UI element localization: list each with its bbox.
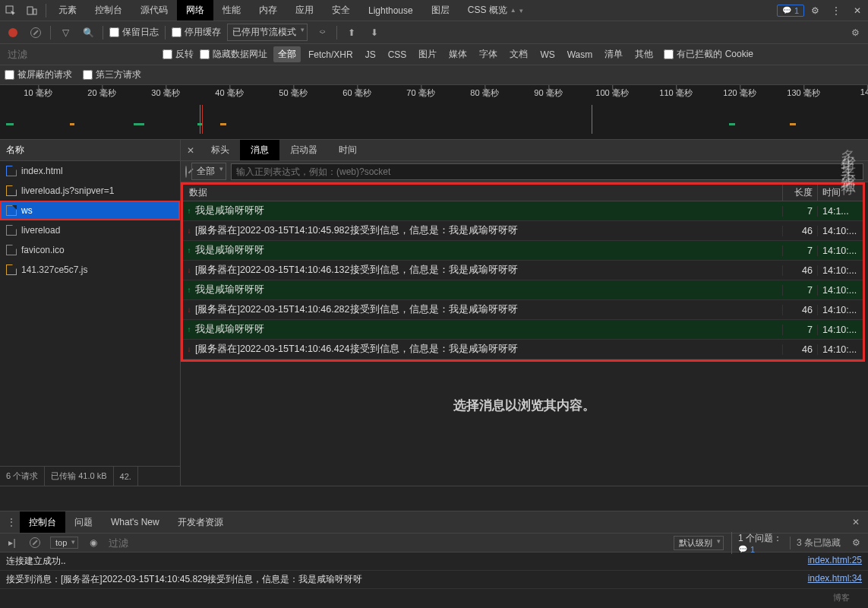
detail-tab-启动器[interactable]: 启动器 xyxy=(279,140,328,160)
ws-message-row[interactable]: ↑我是咸瑜呀呀呀714:10:... xyxy=(183,280,863,300)
detail-tab-标头[interactable]: 标头 xyxy=(200,140,240,160)
live-expression-icon[interactable]: ◉ xyxy=(86,537,101,548)
filter-type-字体[interactable]: 字体 xyxy=(475,46,502,62)
request-detail-panel: ✕ 标头消息启动器时间 全部 数据 长度 时间 ↑我是咸瑜呀呀呀714:1...… xyxy=(181,140,868,486)
filter-type-JS[interactable]: JS xyxy=(361,48,380,62)
inspect-icon[interactable] xyxy=(0,0,21,21)
panel-tab-应用[interactable]: 应用 xyxy=(286,0,323,21)
request-row[interactable]: livereload.js?snipver=1 xyxy=(0,181,180,201)
ws-message-row[interactable]: ↓[服务器在]2022-03-15T14:10:46.132接受到信息，信息是：… xyxy=(183,261,863,280)
drawer-tab-控制台[interactable]: 控制台 xyxy=(20,511,65,533)
drawer-more-icon[interactable]: ⋮ xyxy=(3,517,20,527)
context-select[interactable]: top xyxy=(50,537,78,549)
file-icon xyxy=(6,245,17,255)
arrow-up-icon: ↑ xyxy=(183,325,195,334)
console-drawer: ⋮ 控制台问题What's New开发者资源 ✕ ▸| top ◉ 默认级别 1… xyxy=(0,511,868,608)
hide-data-urls-checkbox[interactable]: 隐藏数据网址 xyxy=(200,48,267,61)
gear-icon[interactable]: ⚙ xyxy=(847,27,863,38)
filter-type-全部[interactable]: 全部 xyxy=(273,46,301,62)
panel-tab-控制台[interactable]: 控制台 xyxy=(86,0,131,21)
message-detail-placeholder: 选择消息以浏览其内容。 xyxy=(181,362,868,449)
filter-type-WS[interactable]: WS xyxy=(535,48,559,62)
detail-tab-消息[interactable]: 消息 xyxy=(240,140,279,160)
arrow-up-icon: ↑ xyxy=(183,207,195,215)
download-icon[interactable]: ⬇ xyxy=(366,27,383,38)
filter-type-Fetch/XHR[interactable]: Fetch/XHR xyxy=(304,48,358,62)
console-sidebar-icon[interactable]: ▸| xyxy=(5,537,20,548)
filter-type-图片[interactable]: 图片 xyxy=(414,46,441,62)
request-name: index.html xyxy=(21,166,63,176)
ws-message-row[interactable]: ↑我是咸瑜呀呀呀714:10:... xyxy=(183,320,863,340)
gear-icon[interactable]: ⚙ xyxy=(804,0,825,21)
filter-type-其他[interactable]: 其他 xyxy=(630,46,658,62)
filter-type-Wasm[interactable]: Wasm xyxy=(563,48,598,62)
disable-cache-checkbox[interactable]: 停用缓存 xyxy=(172,26,221,39)
panel-tab-css 概览[interactable]: CSS 概览▲ xyxy=(459,0,532,21)
ws-message-row[interactable]: ↓[服务器在]2022-03-15T14:10:45.982接受到信息，信息是：… xyxy=(183,221,863,241)
more-icon[interactable]: ⋮ xyxy=(825,0,847,21)
preserve-log-checkbox[interactable]: 保留日志 xyxy=(109,26,159,39)
console-clear-icon[interactable] xyxy=(27,537,43,548)
drawer-tab-What's New[interactable]: What's New xyxy=(102,511,169,533)
timeline-tick: 130 毫秒 xyxy=(787,87,819,99)
device-icon[interactable] xyxy=(21,0,43,21)
request-row[interactable]: livereload xyxy=(0,220,180,240)
panel-tab-安全[interactable]: 安全 xyxy=(323,0,359,21)
panel-tab-源代码[interactable]: 源代码 xyxy=(131,0,177,21)
messages-filter-select[interactable]: 全部 xyxy=(191,163,226,180)
filter-input[interactable] xyxy=(5,46,156,63)
filter-type-文档[interactable]: 文档 xyxy=(505,46,532,62)
ws-message-row[interactable]: ↑我是咸瑜呀呀呀714:10:... xyxy=(183,241,863,261)
drawer-close-icon[interactable]: ✕ xyxy=(847,517,865,527)
timeline-tick: 70 毫秒 xyxy=(406,87,434,99)
arrow-down-icon: ↓ xyxy=(183,345,195,353)
wifi-icon[interactable]: ⌔ xyxy=(314,27,330,38)
detail-tab-时间[interactable]: 时间 xyxy=(328,140,368,160)
timeline[interactable]: 10 毫秒20 毫秒30 毫秒40 毫秒50 毫秒60 毫秒70 毫秒80 毫秒… xyxy=(0,85,868,140)
request-list-header[interactable]: 名称 xyxy=(0,140,180,161)
drawer-tab-问题[interactable]: 问题 xyxy=(65,511,102,533)
throttling-select[interactable]: 已停用节流模式 xyxy=(227,24,308,41)
close-icon[interactable]: ✕ xyxy=(847,0,868,21)
hidden-count[interactable]: 3 条已隐藏 xyxy=(790,537,841,549)
filter-type-清单[interactable]: 清单 xyxy=(600,46,627,62)
upload-icon[interactable]: ⬆ xyxy=(343,27,360,38)
filter-icon[interactable]: ▽ xyxy=(57,27,74,38)
log-source-link[interactable]: index.html:34 xyxy=(808,573,862,586)
ws-message-row[interactable]: ↑我是咸瑜呀呀呀714:1... xyxy=(183,201,863,221)
network-filter-row: 反转 隐藏数据网址 全部Fetch/XHRJSCSS图片媒体字体文档WSWasm… xyxy=(0,44,868,65)
console-filter-input[interactable] xyxy=(109,537,666,549)
request-row[interactable]: index.html xyxy=(0,161,180,181)
drawer-tab-开发者资源[interactable]: 开发者资源 xyxy=(169,511,232,533)
ws-message-row[interactable]: ↓[服务器在]2022-03-15T14:10:46.424接受到信息，信息是：… xyxy=(183,340,863,359)
request-row[interactable]: 141.327ce5c7.js xyxy=(0,260,180,280)
ws-message-row[interactable]: ↓[服务器在]2022-03-15T14:10:46.282接受到信息，信息是：… xyxy=(183,300,863,320)
clear-button[interactable] xyxy=(27,27,44,38)
request-row[interactable]: ws xyxy=(0,201,180,220)
close-detail-icon[interactable]: ✕ xyxy=(181,145,200,156)
filter-type-CSS[interactable]: CSS xyxy=(383,48,412,62)
filter-type-媒体[interactable]: 媒体 xyxy=(444,46,472,62)
panel-tab-lighthouse[interactable]: Lighthouse xyxy=(359,0,422,21)
panel-tab-内存[interactable]: 内存 xyxy=(250,0,286,21)
third-party-checkbox[interactable]: 第三方请求 xyxy=(83,68,141,81)
invert-checkbox[interactable]: 反转 xyxy=(163,48,194,61)
search-icon[interactable]: 🔍 xyxy=(80,27,96,38)
panel-tab-性能[interactable]: 性能 xyxy=(213,0,250,21)
message-text: [服务器在]2022-03-15T14:10:45.982接受到信息，信息是：我… xyxy=(195,224,782,237)
log-source-link[interactable]: index.html:25 xyxy=(808,555,862,568)
issues-badge[interactable]: 1 xyxy=(777,5,804,17)
log-level-select[interactable]: 默认级别 xyxy=(674,536,724,550)
blocked-cookies-checkbox[interactable]: 有已拦截的 Cookie xyxy=(664,48,753,61)
record-button[interactable] xyxy=(5,28,21,37)
panel-tab-元素[interactable]: 元素 xyxy=(49,0,86,21)
request-row[interactable]: favicon.ico xyxy=(0,240,180,260)
console-gear-icon[interactable]: ⚙ xyxy=(848,537,863,548)
message-text: [服务器在]2022-03-15T14:10:46.424接受到信息，信息是：我… xyxy=(195,343,782,356)
panel-tab-图层[interactable]: 图层 xyxy=(422,0,459,21)
arrow-down-icon: ↓ xyxy=(183,266,195,274)
panel-tab-网络[interactable]: 网络 xyxy=(177,0,213,21)
clear-messages-icon[interactable] xyxy=(185,166,187,177)
blocked-requests-checkbox[interactable]: 被屏蔽的请求 xyxy=(5,68,72,81)
messages-regex-input[interactable] xyxy=(231,163,863,180)
